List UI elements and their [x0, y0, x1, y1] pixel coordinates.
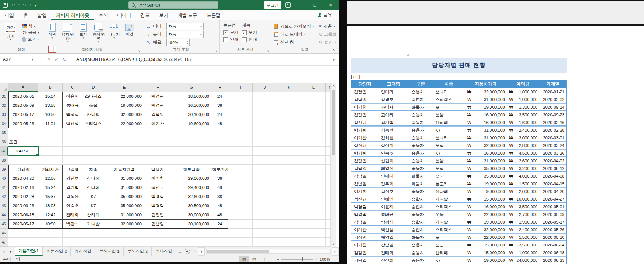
sheet-tab-calc[interactable]: 계산작업 — [71, 247, 95, 256]
tab-help[interactable]: 도움말 — [202, 10, 225, 20]
cell-K47[interactable] — [277, 238, 301, 247]
cell-C43[interactable]: 안승호 — [63, 201, 82, 210]
row-header-44[interactable]: 44 — [0, 210, 8, 220]
cell-G47[interactable] — [171, 238, 212, 247]
cell-A38[interactable] — [8, 156, 38, 165]
cell-L38[interactable] — [301, 156, 326, 165]
cell-L35[interactable] — [301, 128, 326, 137]
row-header-45[interactable]: 45 — [0, 220, 8, 229]
cell-F32[interactable]: 박경림 — [144, 101, 171, 110]
sheet-tab-analysis-1[interactable]: 분석작업-1 — [95, 247, 123, 256]
cell-L45[interactable] — [301, 220, 326, 229]
themes-button[interactable]: 가가 테마 ▾ — [2, 22, 19, 41]
cell-A31[interactable]: 2020-05-01 — [8, 92, 38, 101]
cell-H39[interactable]: 할부기간 — [212, 165, 228, 174]
cell-E44[interactable]: 31,000,000 — [104, 210, 144, 220]
cell-H31[interactable]: 24 — [212, 92, 228, 101]
cell-L31[interactable] — [301, 92, 326, 101]
cell-H43[interactable]: 48 — [212, 201, 228, 210]
cell-I38[interactable] — [228, 156, 253, 165]
cell-I43[interactable] — [228, 201, 253, 210]
cell-B32[interactable]: 13:58 — [38, 101, 63, 110]
cell-D41[interactable]: 산타페 — [82, 183, 104, 192]
row-header-37[interactable]: 37 — [0, 147, 8, 156]
zoom-slider-handle[interactable] — [302, 257, 303, 261]
cell-G33[interactable]: 30,100,000 — [171, 110, 212, 119]
cell-G32[interactable]: 16,300,000 — [171, 101, 212, 110]
cell-A33[interactable]: 2020-05-17 — [8, 110, 38, 119]
cell-L37[interactable] — [301, 147, 326, 156]
cell-L42[interactable] — [301, 192, 326, 201]
sheet-tab-basic-2[interactable]: 기본작업-2 — [43, 247, 71, 256]
cell-C31[interactable]: 이윤지 — [63, 92, 82, 101]
cell-F47[interactable] — [144, 238, 171, 247]
cell-D35[interactable] — [82, 128, 104, 137]
cell-E47[interactable] — [104, 238, 144, 247]
cell-D34[interactable]: 스타렉스 — [82, 119, 104, 128]
cell-C33[interactable]: 박광식 — [63, 110, 82, 119]
cell-B34[interactable]: 11:01 — [38, 119, 63, 128]
cell-D39[interactable]: 차종 — [82, 165, 104, 174]
cell-H46[interactable] — [212, 229, 228, 238]
tab-developer[interactable]: 개발 도구 — [173, 10, 202, 20]
cell-A40[interactable]: 2020-04-20 — [8, 174, 38, 183]
page-break-view-button[interactable]: ◫ — [259, 256, 270, 263]
cell-A36[interactable]: 조건 — [8, 137, 38, 147]
effects-button[interactable]: 효과 ▾ — [22, 36, 39, 42]
search-input[interactable] — [138, 3, 211, 7]
send-backward-button[interactable]: 뒤로 보내기 ▾ — [274, 31, 314, 38]
cell-B35[interactable] — [38, 128, 63, 137]
accessibility-icon[interactable] — [15, 257, 20, 261]
horizontal-scrollbar-thumb[interactable] — [207, 250, 269, 253]
cell-D37[interactable] — [82, 147, 104, 156]
cell-L44[interactable] — [301, 210, 326, 220]
group-button[interactable]: ⧉ 그룹화 ▾ — [319, 31, 340, 38]
cell-L47[interactable] — [301, 238, 326, 247]
cell-D32[interactable]: 쏘울 — [82, 101, 104, 110]
cell-B33[interactable]: 10:50 — [38, 110, 63, 119]
close-button[interactable]: × — [323, 0, 338, 10]
cell-H47[interactable] — [212, 238, 228, 247]
tab-home[interactable]: 홈 — [19, 10, 33, 20]
cell-B47[interactable] — [38, 238, 63, 247]
cell-K33[interactable] — [277, 110, 301, 119]
cell-J31[interactable] — [253, 92, 277, 101]
cell-A39[interactable]: 거래일 — [8, 165, 38, 174]
login-button[interactable]: 로그인 — [264, 1, 281, 9]
sheet-tab-analysis-2[interactable]: 분석작업-2 — [124, 247, 152, 256]
name-box[interactable]: A37 ▾ — [0, 54, 36, 65]
zoom-out-icon[interactable]: − — [277, 257, 279, 262]
page-layout-view-button[interactable]: ▤ — [249, 256, 259, 263]
cell-A41[interactable]: 2020-02-16 — [8, 183, 38, 192]
cell-G46[interactable] — [171, 229, 212, 238]
cell-E38[interactable] — [104, 156, 144, 165]
customize-qat-icon[interactable]: ▾ — [35, 3, 36, 7]
select-all-corner[interactable] — [0, 83, 8, 92]
cell-F37[interactable] — [144, 147, 171, 156]
tab-review[interactable]: 검토 — [136, 10, 154, 20]
cell-D47[interactable] — [82, 238, 104, 247]
cell-G39[interactable]: 할부금액 — [171, 165, 212, 174]
search-box[interactable] — [128, 1, 218, 9]
cell-A44[interactable]: 2020-06-18 — [8, 210, 38, 220]
spin-down-icon[interactable]: ▼ — [186, 43, 188, 44]
cell-D46[interactable] — [82, 229, 104, 238]
fonts-button[interactable]: 가 글꼴 ▾ — [22, 30, 39, 35]
page-setup-launcher-icon[interactable]: ↘ — [138, 49, 140, 53]
formula-input[interactable]: =AND(MONTH(A3)<=6,RANK.EQ(G3,$G$3:$G$34)… — [69, 54, 329, 65]
undo-icon[interactable]: ↶ — [11, 3, 15, 8]
cell-E32[interactable]: 19,000,000 — [104, 101, 144, 110]
cell-J43[interactable] — [253, 201, 277, 210]
cell-L43[interactable] — [301, 201, 326, 210]
horizontal-scrollbar[interactable] — [206, 249, 331, 254]
cell-K39[interactable] — [277, 165, 301, 174]
cell-D31[interactable]: 스타렉스 — [82, 92, 104, 101]
cell-E43[interactable]: 35,000,000 — [104, 201, 144, 210]
minimize-button[interactable]: ─ — [292, 0, 306, 10]
cell-B39[interactable]: 거래시간 — [38, 165, 63, 174]
cell-K37[interactable] — [277, 147, 301, 156]
cell-J41[interactable] — [253, 183, 277, 192]
tab-data[interactable]: 데이터 — [112, 10, 136, 20]
cell-E42[interactable]: 35,000,000 — [104, 192, 144, 201]
sheet-nav-left-icon[interactable]: ◂ — [0, 247, 7, 256]
